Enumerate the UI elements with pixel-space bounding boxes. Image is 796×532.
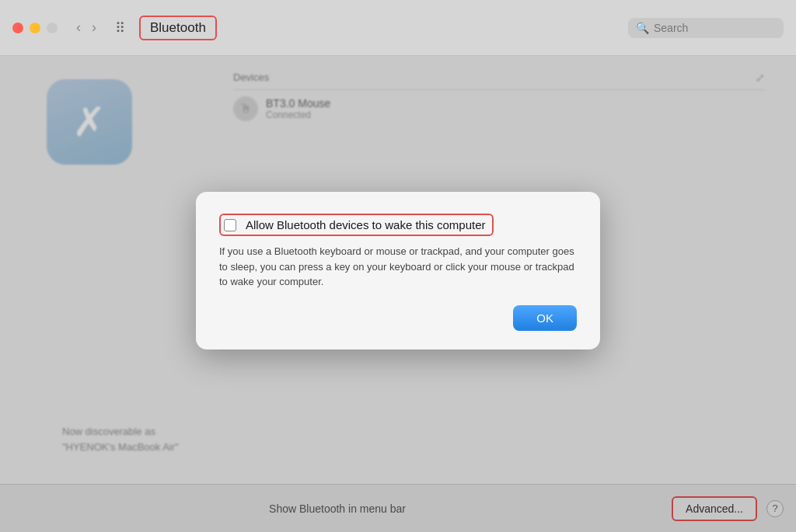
dialog-description: If you use a Bluetooth keyboard or mouse…	[219, 244, 577, 290]
search-icon: 🔍	[636, 22, 649, 34]
back-button[interactable]: ‹	[73, 18, 84, 37]
dialog-top-row: Allow Bluetooth devices to wake this com…	[219, 214, 577, 236]
wake-checkbox[interactable]	[224, 219, 236, 231]
minimize-button[interactable]	[30, 23, 40, 33]
dialog-footer: OK	[219, 305, 577, 331]
grid-icon[interactable]: ⠿	[115, 19, 125, 37]
overlay: Allow Bluetooth devices to wake this com…	[0, 56, 796, 532]
titlebar: ‹ › ⠿ Bluetooth 🔍	[0, 0, 796, 56]
maximize-button[interactable]	[47, 23, 58, 33]
window-title: Bluetooth	[139, 16, 217, 40]
nav-arrows: ‹ ›	[73, 18, 100, 37]
window-controls	[12, 23, 58, 33]
main-content: ✗ Devices ⤢ 🖱 BT3.0 Mouse Connected Now …	[0, 56, 796, 532]
dialog-main-label: Allow Bluetooth devices to wake this com…	[246, 218, 486, 231]
search-box: 🔍	[628, 18, 784, 38]
checkbox-wrapper: Allow Bluetooth devices to wake this com…	[219, 214, 494, 236]
ok-button[interactable]: OK	[513, 305, 577, 331]
close-button[interactable]	[12, 23, 23, 33]
search-input[interactable]	[654, 22, 763, 34]
dialog: Allow Bluetooth devices to wake this com…	[196, 192, 600, 349]
forward-button[interactable]: ›	[89, 18, 100, 37]
